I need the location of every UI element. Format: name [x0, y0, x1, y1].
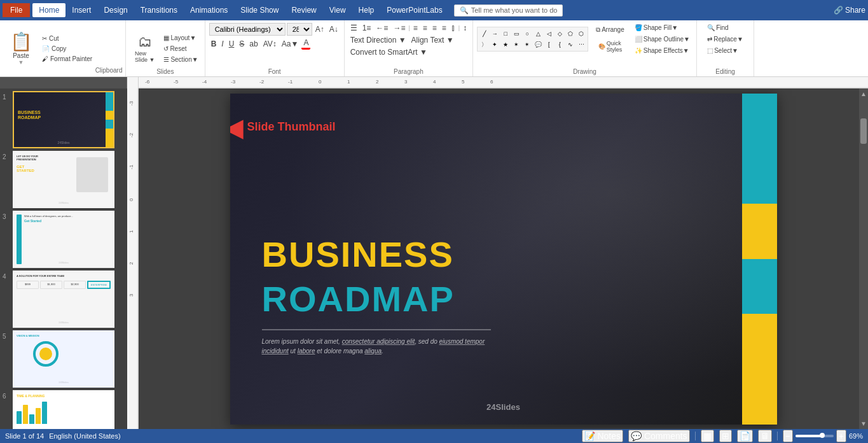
select-button[interactable]: ⬚ Select ▼ — [705, 46, 746, 55]
shape-hexagon[interactable]: ⬡ — [576, 29, 586, 39]
font-color-button[interactable]: A — [301, 38, 310, 50]
menu-slideshow[interactable]: Slide Show — [234, 3, 285, 17]
shape-triangle[interactable]: △ — [533, 29, 543, 39]
menu-powerpointlabs[interactable]: PowerPointLabs — [380, 3, 448, 17]
comments-button[interactable]: 💬 Comments — [628, 430, 690, 442]
align-right-button[interactable]: ≡ — [431, 23, 439, 33]
format-painter-button[interactable]: 🖌 Format Painter — [39, 54, 95, 64]
arrange-button[interactable]: ⧉ Arrange — [591, 24, 630, 36]
shape-outline-button[interactable]: ⬜ Shape Outline ▼ — [632, 34, 692, 44]
shape-star8[interactable]: ✴ — [522, 39, 532, 50]
change-case-button[interactable]: Aa▼ — [280, 39, 301, 49]
section-button[interactable]: ☰ Section ▼ — [161, 55, 200, 64]
menu-transitions[interactable]: Transitions — [134, 3, 184, 17]
align-center-button[interactable]: ≡ — [421, 23, 429, 33]
tell-me-input[interactable]: 🔍 Tell me what you want to do — [454, 4, 563, 17]
scroll-down-btn[interactable]: ▼ — [858, 418, 868, 429]
convert-smartart-button[interactable]: Convert to SmartArt ▼ — [348, 47, 429, 57]
shape-rect[interactable]: □ — [500, 29, 511, 39]
shape-arrow[interactable]: → — [490, 29, 500, 39]
zoom-in-btn[interactable]: + — [836, 430, 846, 442]
zoom-level: 69% — [849, 432, 863, 440]
shape-callout[interactable]: 💬 — [533, 39, 543, 50]
shape-curve[interactable]: ∿ — [565, 39, 575, 50]
align-left-button[interactable]: ≡ — [411, 23, 420, 33]
decrease-indent-button[interactable]: ←≡ — [374, 23, 390, 33]
normal-view-btn[interactable]: ▦ — [701, 430, 714, 442]
increase-font-button[interactable]: A↑ — [313, 24, 326, 34]
slide-thumb-1[interactable]: BUSINESSROADMAP 24Slides — [13, 91, 114, 148]
slide-sorter-btn[interactable]: ⊞ — [719, 430, 732, 442]
slide-thumb-3[interactable]: With a full team of designers, we produc… — [13, 211, 114, 268]
shape-oval[interactable]: ○ — [522, 29, 532, 39]
canvas-scrollbar-v[interactable]: ▲ ▼ — [859, 88, 868, 429]
menu-help[interactable]: Help — [352, 3, 381, 17]
menu-home[interactable]: Home — [32, 3, 65, 17]
reading-view-btn[interactable]: 📄 — [737, 430, 753, 442]
tell-me-label: Tell me what you want to do — [471, 6, 558, 14]
shape-star6[interactable]: ✶ — [511, 39, 521, 50]
font-size-select[interactable]: 28 — [287, 23, 312, 36]
shape-brace[interactable]: { — [555, 39, 565, 50]
shape-effects-button[interactable]: ✨ Shape Effects ▼ — [632, 46, 692, 55]
scroll-up-btn[interactable]: ▲ — [858, 88, 868, 99]
shape-star4[interactable]: ✦ — [490, 39, 500, 50]
font-name-select[interactable]: Calibri (Headings) — [209, 23, 286, 36]
svg-text:3: 3 — [404, 79, 408, 85]
shape-star5[interactable]: ★ — [500, 39, 511, 50]
menu-review[interactable]: Review — [285, 3, 322, 17]
decrease-font-button[interactable]: A↓ — [327, 24, 340, 34]
reset-button[interactable]: ↺ Reset — [161, 44, 200, 53]
align-text-button[interactable]: Align Text ▼ — [410, 35, 456, 45]
shape-fill-button[interactable]: 🪣 Shape Fill ▼ — [632, 23, 692, 32]
shape-diamond[interactable]: ◇ — [555, 29, 565, 39]
layout-button[interactable]: ▦ Layout ▼ — [161, 33, 200, 43]
replace-button[interactable]: ⇄ Replace ▼ — [705, 34, 746, 44]
columns-button[interactable]: ⫿ — [450, 23, 457, 33]
quick-styles-button[interactable]: 🎨 QuickStyles — [591, 38, 630, 55]
zoom-handle[interactable] — [820, 433, 825, 438]
notes-button[interactable]: 📝 Notes — [582, 430, 623, 442]
menu-bar: File Home Insert Design Transitions Anim… — [0, 0, 868, 20]
menu-animations[interactable]: Animations — [184, 3, 234, 17]
menu-view[interactable]: View — [323, 3, 352, 17]
slide-thumb-4[interactable]: A SOLUTION FOR YOUR ENTIRE TEAM $899 $1,… — [13, 271, 114, 328]
italic-button[interactable]: I — [219, 39, 225, 49]
bold-button[interactable]: B — [209, 39, 219, 49]
increase-indent-button[interactable]: →≡ — [391, 23, 407, 33]
shadow-button[interactable]: ab — [247, 39, 259, 49]
paste-button[interactable]: 📋 Paste ▼ — [5, 23, 37, 74]
shape-rounded-rect[interactable]: ▭ — [511, 29, 521, 39]
zoom-out-btn[interactable]: − — [783, 430, 793, 442]
menu-file[interactable]: File — [3, 3, 30, 17]
shape-more[interactable]: ⋯ — [576, 39, 586, 50]
shape-bracket[interactable]: [ — [544, 39, 554, 50]
character-spacing-button[interactable]: AV↕ — [261, 39, 279, 49]
slide-thumb-6[interactable]: TIME & PLANNING 24Slides — [13, 390, 114, 429]
shape-chevron[interactable]: 〉 — [479, 39, 489, 50]
shape-line[interactable]: ╱ — [479, 29, 489, 39]
shape-rtriangle[interactable]: ◁ — [544, 29, 554, 39]
scroll-thumb[interactable] — [860, 118, 867, 144]
slide-thumb-5[interactable]: VISION & MISSION 24Slides — [13, 330, 114, 388]
paste-dropdown[interactable]: ▼ — [18, 59, 24, 66]
underline-button[interactable]: U — [227, 39, 237, 49]
slide-thumb-2[interactable]: LET US DO YOURPRESENTATION GETSTARTED 24… — [13, 151, 114, 208]
bullets-button[interactable]: ☰ — [348, 23, 359, 33]
cut-button[interactable]: ✂ Cut — [39, 34, 95, 43]
canvas-area[interactable]: BUSINESS ROADMAP Lorem ipsum dolor sit a… — [139, 88, 868, 429]
line-spacing-button[interactable]: ↕ — [461, 23, 469, 33]
new-slide-button[interactable]: 🗂 NewSlide ▼ — [130, 31, 160, 66]
numbering-button[interactable]: 1≡ — [361, 23, 373, 33]
menu-insert[interactable]: Insert — [65, 3, 97, 17]
find-button[interactable]: 🔍 Find — [705, 23, 746, 32]
share-button[interactable]: 🔗 Share — [834, 6, 865, 15]
zoom-slider[interactable] — [796, 435, 834, 437]
copy-button[interactable]: 📄 Copy — [39, 44, 95, 53]
justify-button[interactable]: ≡ — [440, 23, 448, 33]
shape-pentagon[interactable]: ⬠ — [565, 29, 575, 39]
menu-design[interactable]: Design — [97, 3, 134, 17]
strikethrough-button[interactable]: S — [237, 39, 246, 49]
presenter-view-btn[interactable]: 🖥 — [758, 430, 772, 442]
text-direction-button[interactable]: Text Direction ▼ — [348, 35, 408, 45]
